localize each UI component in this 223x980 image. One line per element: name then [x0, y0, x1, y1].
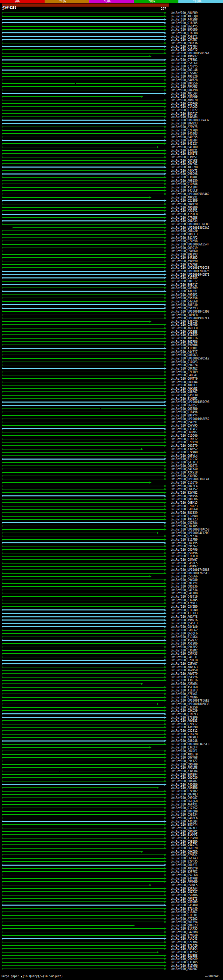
hit-label[interactable]: UniRef100_B7KPW8 — [171, 263, 197, 267]
hit-label[interactable]: UniRef100_A8JCQ8 — [171, 15, 197, 18]
hit-bar[interactable] — [2, 640, 164, 641]
hit-bar[interactable] — [2, 365, 164, 365]
hit-label[interactable]: UniRef100_C5BJ34 — [171, 813, 197, 817]
hit-label[interactable]: UniRef100_Q5PSF3 — [171, 622, 197, 625]
hit-label[interactable]: UniRef100_C4ITB8 — [171, 592, 197, 595]
hit-label[interactable]: UniRef100_C2FWQ7 — [171, 662, 197, 666]
hit-bar[interactable] — [2, 200, 164, 201]
hit-label[interactable]: UniRef100_B6R057 — [171, 404, 197, 407]
hit-label[interactable]: UniRef100_B1LFB1 — [171, 914, 197, 918]
hit-bar[interactable] — [2, 888, 164, 889]
hit-label[interactable]: UniRef100_Q4JJC3 — [171, 461, 197, 465]
hit-bar[interactable] — [2, 680, 164, 681]
hit-bar[interactable] — [2, 898, 164, 899]
hit-label[interactable]: UniRef100_Q5VV95 — [171, 424, 197, 428]
hit-label[interactable]: UniRef100_UPI000194DE71 — [171, 273, 209, 277]
hit-bar[interactable] — [2, 261, 164, 261]
hit-bar[interactable] — [2, 938, 164, 939]
hit-bar[interactable] — [2, 616, 164, 617]
hit-label[interactable]: UniRef100_B4JAF2 — [171, 236, 197, 240]
hit-label[interactable]: UniRef100_UPI000180AD33 — [171, 703, 209, 706]
hit-bar[interactable] — [2, 455, 164, 456]
hit-bar[interactable] — [2, 828, 164, 829]
hit-bar[interactable] — [2, 442, 164, 442]
hit-label[interactable]: UniRef100_C4S910 — [171, 595, 197, 599]
hit-bar[interactable] — [2, 546, 164, 546]
hit-label[interactable]: UniRef100_A9SE20 — [171, 75, 197, 79]
hit-bar[interactable] — [2, 315, 164, 315]
hit-label[interactable]: UniRef100_A7FNG1 — [171, 692, 197, 696]
hit-bar[interactable] — [2, 908, 164, 909]
hit-bar[interactable] — [2, 234, 164, 235]
hit-bar[interactable] — [2, 46, 164, 47]
hit-bar[interactable] — [2, 90, 164, 91]
hit-bar[interactable] — [2, 190, 164, 191]
hit-bar[interactable] — [2, 536, 164, 536]
hit-label[interactable]: UniRef100_UPI00006CB54F — [171, 243, 209, 247]
hit-bar[interactable] — [2, 294, 164, 295]
hit-bar[interactable] — [2, 368, 164, 369]
hit-bar[interactable] — [2, 264, 164, 265]
hit-label[interactable]: UniRef100_Q18496 — [171, 410, 197, 414]
hit-bar[interactable] — [2, 512, 164, 513]
hit-label[interactable]: UniRef100_A7RGB8 — [171, 216, 197, 220]
hit-bar[interactable] — [2, 140, 164, 141]
hit-label[interactable]: UniRef100_A9NWT6 — [171, 619, 197, 622]
hit-bar[interactable] — [2, 425, 164, 426]
hit-label[interactable]: UniRef100_A8GHW7 — [171, 967, 197, 971]
hit-label[interactable]: UniRef100_A5E8Y1 — [171, 35, 197, 38]
hit-label[interactable]: UniRef100_B7VJD2 — [171, 790, 197, 793]
hit-bar[interactable] — [2, 492, 164, 493]
hit-bar[interactable] — [2, 811, 164, 812]
hit-label[interactable]: UniRef100_C9QX29 — [171, 958, 197, 961]
hit-bar[interactable] — [2, 915, 164, 916]
hit-label[interactable]: UniRef100_C8Q236 — [171, 585, 197, 589]
hit-bar[interactable] — [2, 858, 164, 859]
hit-label[interactable]: UniRef100_B1IAN9 — [171, 538, 197, 542]
hit-label[interactable]: UniRef100_C9NXP2 — [171, 830, 197, 834]
hit-label[interactable]: UniRef100_B9KW56 — [171, 495, 197, 498]
hit-bar[interactable] — [2, 150, 164, 151]
hit-bar[interactable] — [2, 63, 164, 64]
hit-bar[interactable] — [2, 727, 164, 728]
hit-label[interactable]: UniRef100_Q2J3D0 — [171, 199, 197, 203]
hit-label[interactable]: UniRef100_UPI000176D5C3 — [171, 572, 209, 575]
hit-label[interactable]: UniRef100_C9Y1Z7 — [171, 760, 197, 763]
hit-bar[interactable] — [2, 153, 164, 154]
hit-bar[interactable] — [2, 751, 164, 751]
hit-bar[interactable] — [2, 690, 164, 691]
hit-bar[interactable] — [2, 600, 164, 600]
hit-bar[interactable] — [2, 522, 164, 523]
hit-bar[interactable] — [2, 730, 164, 731]
hit-label[interactable]: UniRef100_C5WRK0 — [171, 250, 197, 253]
hit-bar[interactable] — [2, 670, 164, 671]
hit-bar[interactable] — [2, 76, 164, 77]
hit-label[interactable]: UniRef100_A9S059 — [171, 180, 197, 183]
hit-bar[interactable] — [2, 509, 164, 510]
hit-bar[interactable] — [2, 163, 164, 164]
hit-label[interactable]: UniRef100_Q10DP3 — [171, 361, 197, 364]
hit-bar[interactable] — [2, 754, 164, 755]
hit-bar[interactable] — [2, 251, 164, 251]
hit-label[interactable]: UniRef100_A3D3E8 — [171, 330, 197, 334]
hit-label[interactable]: UniRef100_Q2L7Q0 — [171, 129, 197, 132]
hit-bar[interactable] — [2, 137, 164, 137]
hit-bar[interactable] — [2, 83, 164, 84]
hit-label[interactable]: UniRef100_Q69Q19 — [171, 247, 197, 250]
hit-bar[interactable] — [2, 717, 164, 718]
hit-label[interactable]: UniRef100_B9RS56 — [171, 82, 197, 86]
hit-bar[interactable] — [2, 439, 164, 439]
hit-bar[interactable] — [2, 328, 164, 329]
hit-bar[interactable] — [2, 197, 149, 198]
hit-label[interactable]: UniRef100_Q5ZZ84 — [171, 522, 197, 525]
hit-label[interactable]: UniRef100_C4QK92 — [171, 565, 197, 568]
hit-label[interactable]: UniRef100_C8NW07 — [171, 558, 197, 562]
hit-label[interactable]: UniRef100_Q9BQ98 — [171, 172, 197, 176]
hit-bar[interactable] — [2, 32, 164, 33]
hit-label[interactable]: UniRef100_A0ND70 — [171, 99, 197, 102]
hit-bar[interactable] — [2, 194, 164, 194]
hit-label[interactable]: UniRef100_B4SXK9 — [171, 904, 197, 907]
hit-bar[interactable] — [2, 398, 164, 399]
hit-label[interactable]: UniRef100_A9IYZ3 — [171, 518, 197, 522]
hit-label[interactable]: UniRef100_Q88EH6 — [171, 498, 197, 501]
